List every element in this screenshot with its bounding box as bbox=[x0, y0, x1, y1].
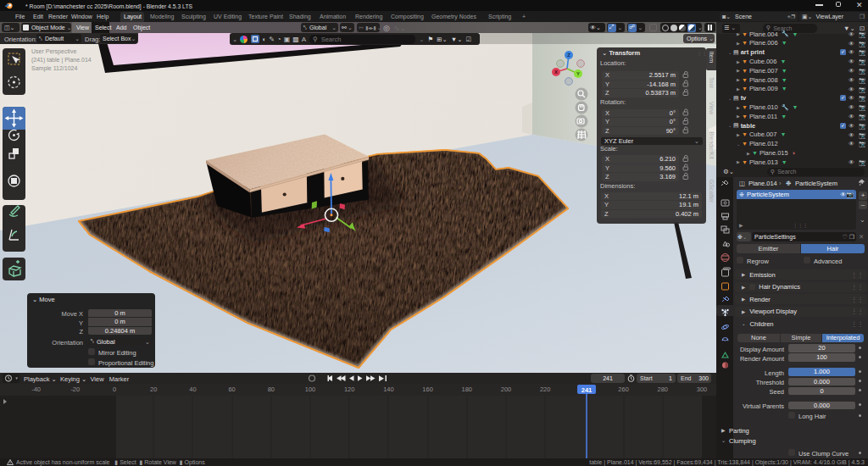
svg-text:Y: Y bbox=[576, 71, 580, 76]
svg-text:40: 40 bbox=[189, 386, 196, 393]
svg-text:220: 220 bbox=[540, 386, 551, 393]
svg-text:Sample 112/1024: Sample 112/1024 bbox=[31, 65, 77, 72]
svg-text:280: 280 bbox=[658, 386, 669, 393]
svg-text:0: 0 bbox=[113, 386, 116, 393]
svg-text:User Perspective: User Perspective bbox=[31, 48, 76, 55]
svg-text:100: 100 bbox=[305, 386, 316, 393]
svg-text:160: 160 bbox=[422, 386, 433, 393]
svg-text:Z: Z bbox=[567, 53, 570, 58]
svg-text:300: 300 bbox=[697, 386, 708, 393]
svg-text:200: 200 bbox=[501, 386, 512, 393]
svg-text:-40: -40 bbox=[31, 386, 41, 393]
svg-text:X: X bbox=[554, 69, 558, 75]
svg-text:(241) table | Plane.014: (241) table | Plane.014 bbox=[31, 57, 92, 64]
svg-text:20: 20 bbox=[150, 386, 157, 393]
svg-text:60: 60 bbox=[228, 386, 235, 393]
svg-text:241: 241 bbox=[581, 386, 593, 394]
svg-text:140: 140 bbox=[383, 386, 394, 393]
svg-text:180: 180 bbox=[462, 386, 473, 393]
svg-text:80: 80 bbox=[268, 386, 275, 393]
svg-text:120: 120 bbox=[344, 386, 355, 393]
svg-text:-20: -20 bbox=[70, 386, 80, 393]
svg-text:260: 260 bbox=[618, 386, 629, 393]
